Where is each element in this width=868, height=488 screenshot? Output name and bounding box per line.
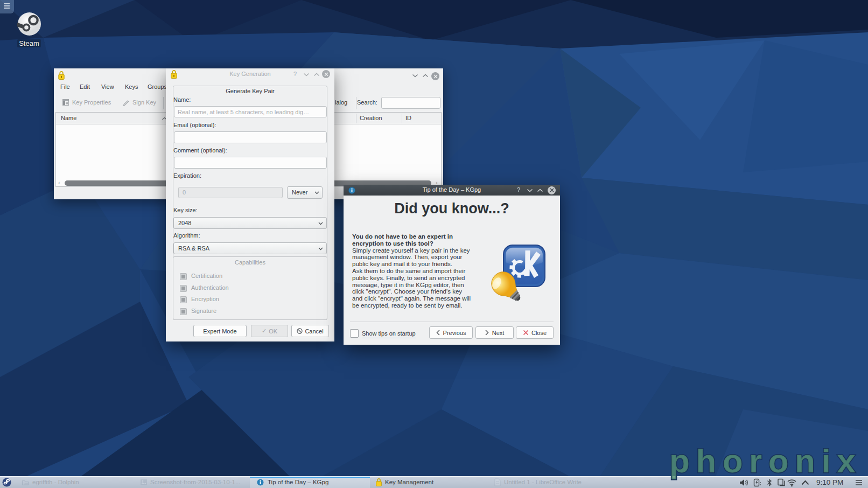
- svg-text:phoronix: phoronix: [669, 448, 862, 479]
